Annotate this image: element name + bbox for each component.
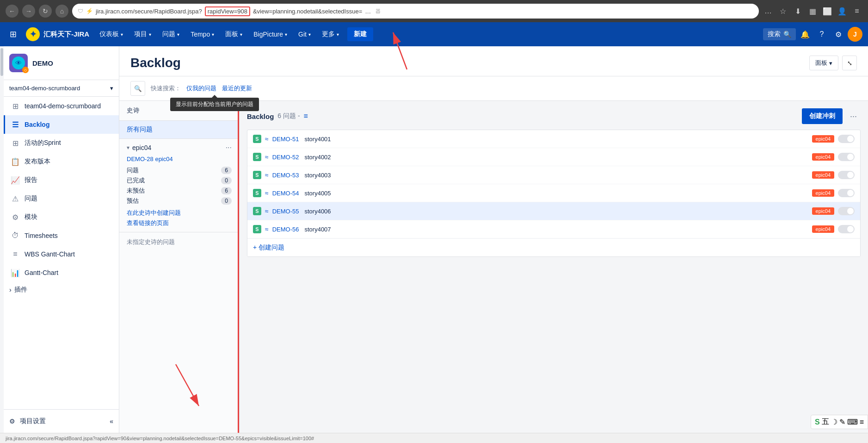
sidebar-item-backlog[interactable]: ☰ Backlog — [4, 115, 119, 134]
sidebar-item-active-sprint[interactable]: ⊞ 活动的Sprint — [4, 134, 119, 152]
sidebar-scrollbar[interactable] — [0, 46, 4, 433]
sidebar-item-reports[interactable]: 📈 报告 — [4, 171, 119, 189]
table-row[interactable]: S ≈ DEMO-54 story4005 epic04 — [247, 184, 860, 202]
sidebar-item-settings[interactable]: ⚙ 项目设置 « — [9, 413, 113, 429]
project-icon: 👁 ◇ — [9, 54, 28, 72]
epic-demo-link[interactable]: DEMO-28 epic04 — [127, 156, 232, 162]
create-issue-in-epic-link[interactable]: 在此史诗中创建问题 — [127, 209, 232, 217]
stat-row-done: 已完成 0 — [127, 175, 232, 186]
tool-icon-2[interactable]: ☽ — [831, 418, 837, 426]
toggle-switch[interactable] — [838, 225, 855, 233]
project-name: DEMO — [32, 59, 53, 67]
filter-search-button[interactable]: 🔍 — [130, 81, 145, 96]
wbs-icon: ≡ — [11, 250, 20, 259]
all-issues-item[interactable]: 所有问题 — [119, 121, 239, 139]
board-icon: ⊞ — [11, 101, 20, 111]
table-row[interactable]: S ≈ DEMO-52 story4002 epic04 — [247, 148, 860, 166]
fullscreen-button[interactable]: ⤡ — [842, 56, 857, 70]
filter-my-issues-link[interactable]: 仅我的问题 — [186, 84, 216, 93]
create-button[interactable]: 新建 — [347, 27, 373, 41]
table-row[interactable]: S ≈ DEMO-55 story4006 epic04 — [247, 202, 860, 220]
tool-icon-1[interactable]: 五 — [822, 417, 829, 427]
nav-issues[interactable]: 问题 ▾ — [158, 28, 184, 40]
sidebar-item-modules[interactable]: ⚙ 模块 — [4, 208, 119, 226]
sidebar-bottom: ⚙ 项目设置 « — [4, 409, 119, 433]
table-row[interactable]: S ≈ DEMO-53 story4003 epic04 — [247, 166, 860, 184]
table-row[interactable]: S ≈ DEMO-51 story4001 epic04 — [247, 130, 860, 148]
board-button[interactable]: 面板 ▾ — [809, 56, 838, 70]
create-sprint-button[interactable]: 创建冲刺 — [802, 108, 843, 124]
main-content: Backlog 面板 ▾ ⤡ 🔍 快速搜索： 仅我的问题 最近的更新 显示目前分… — [119, 46, 868, 433]
filter-recent-link[interactable]: 最近的更新 — [222, 84, 252, 93]
more-options-button[interactable]: ··· — [846, 110, 861, 123]
reports-icon: 📈 — [11, 175, 20, 185]
bookmark-button[interactable]: ☆ — [777, 6, 788, 17]
issue-link[interactable]: DEMO-53 — [272, 172, 299, 179]
app-layout: 👁 ◇ DEMO team04-demo-scrumboard ▾ ⊞ team… — [0, 46, 868, 433]
story-icon: S — [253, 225, 261, 233]
sidebar-plugins[interactable]: › 插件 — [4, 282, 119, 298]
backlog-title-text: Backlog — [247, 112, 274, 120]
browser-actions: … ☆ ⬇ ▦ ⬜ 👤 ≡ — [763, 6, 862, 17]
sidebar-item-timesheets[interactable]: ⏱ Timesheets — [4, 226, 119, 245]
sidebar-item-gantt[interactable]: 📊 Gantt-Chart — [4, 263, 119, 282]
sidebar-item-board[interactable]: ⊞ team04-demo-scrumboard — [4, 97, 119, 115]
priority-icon: ≈ — [265, 225, 269, 233]
backlog-count: 6 问题 - — [277, 112, 300, 120]
profile-button[interactable]: 👤 — [837, 6, 848, 17]
tool-icon-3[interactable]: ✎ — [839, 418, 845, 426]
menu-button[interactable]: ≡ — [851, 6, 862, 17]
extensions-button[interactable]: … — [763, 6, 774, 17]
nav-bigpicture[interactable]: BigPicture ▾ — [249, 29, 292, 40]
back-button[interactable]: ← — [6, 5, 18, 18]
stat-label: 未预估 — [127, 187, 145, 195]
nav-projects[interactable]: 项目 ▾ — [129, 28, 156, 40]
issue-link[interactable]: DEMO-56 — [272, 226, 299, 233]
issue-link[interactable]: DEMO-52 — [272, 154, 299, 161]
nav-more[interactable]: 更多 ▾ — [317, 28, 344, 40]
issue-link[interactable]: DEMO-54 — [272, 190, 299, 197]
nav-board[interactable]: 面板 ▾ — [221, 28, 247, 40]
notification-button[interactable]: 🔔 — [798, 27, 813, 42]
list-view-icon[interactable]: ≡ — [304, 112, 308, 120]
download-button[interactable]: ⬇ — [792, 6, 803, 17]
toggle-switch[interactable] — [838, 171, 855, 179]
toggle-switch[interactable] — [838, 153, 855, 161]
refresh-button[interactable]: ↻ — [39, 5, 52, 18]
epic-tag: epic04 — [812, 153, 834, 161]
help-button[interactable]: ? — [814, 27, 829, 42]
sidebar-item-releases[interactable]: 📋 发布版本 — [4, 152, 119, 171]
tab-button[interactable]: ⬜ — [822, 6, 833, 17]
sidebar-item-issues[interactable]: ⚠ 问题 — [4, 189, 119, 208]
toggle-switch[interactable] — [838, 207, 855, 215]
search-area[interactable]: 搜索 🔍 — [763, 28, 796, 40]
home-button[interactable]: ⌂ — [55, 5, 68, 18]
toggle-switch[interactable] — [838, 189, 855, 197]
add-issue-row[interactable]: + 创建问题 — [247, 238, 860, 256]
tool-icon-4[interactable]: ⌨ — [847, 418, 858, 426]
board-selector[interactable]: team04-demo-scrumboard ▾ — [4, 80, 119, 97]
issue-link[interactable]: DEMO-51 — [272, 136, 299, 143]
sidebar-item-wbs[interactable]: ≡ WBS Gantt-Chart — [4, 245, 119, 263]
user-avatar[interactable]: J — [848, 27, 862, 42]
project-header: 👁 ◇ DEMO — [4, 46, 119, 80]
tool-icon-5[interactable]: ≡ — [860, 418, 864, 426]
settings-button[interactable]: ⚙ — [831, 27, 846, 42]
grid-icon[interactable]: ⊞ — [6, 27, 20, 42]
table-row[interactable]: S ≈ DEMO-56 story4007 epic04 — [247, 220, 860, 238]
nav-dashboard[interactable]: 仪表板 ▾ — [95, 28, 128, 40]
epic-name[interactable]: epic04 — [132, 144, 151, 151]
jira-logo[interactable]: ✦ 汇科天下-JIRA — [22, 27, 93, 41]
nav-tempo[interactable]: Tempo ▾ — [186, 29, 219, 40]
view-linked-page-link[interactable]: 查看链接的页面 — [127, 219, 232, 227]
epic-more-button[interactable]: ··· — [226, 144, 232, 152]
toggle-switch[interactable] — [838, 135, 855, 143]
issue-link[interactable]: DEMO-55 — [272, 208, 299, 215]
bookmarks-button[interactable]: ▦ — [807, 6, 818, 17]
address-bar[interactable]: 🛡 ⚡ jira.jiracn.com/secure/RapidBoard.js… — [72, 4, 759, 19]
forward-button[interactable]: → — [22, 5, 35, 18]
nav-git[interactable]: Git ▾ — [294, 29, 315, 40]
gantt-icon: 📊 — [11, 268, 20, 277]
stat-row-issues: 问题 6 — [127, 165, 232, 175]
sogou-icon[interactable]: S — [815, 418, 820, 426]
